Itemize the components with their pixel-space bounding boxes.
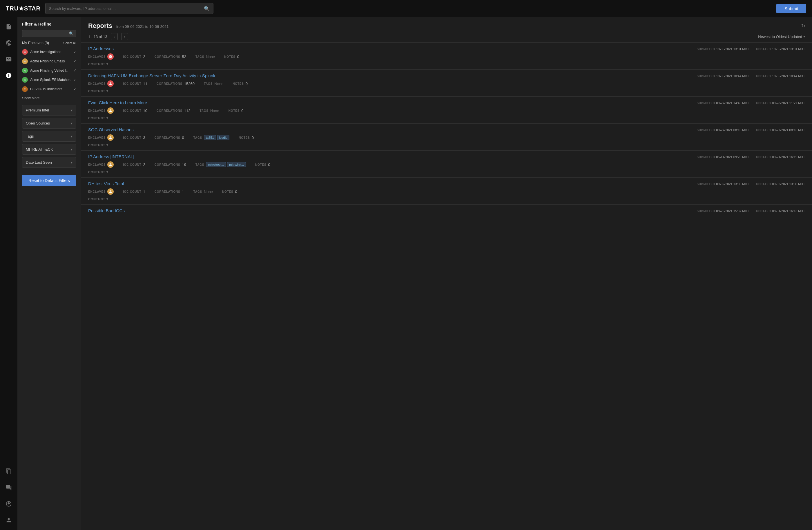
enclaves-label: My Enclaves (8) <box>22 41 49 45</box>
reset-filters-button[interactable]: Reset to Default Filters <box>22 175 76 186</box>
enclave-name: COVID-19 Indicators <box>30 87 71 91</box>
filter-open-sources[interactable]: Open Sources ▾ <box>22 118 76 129</box>
enclave-badge <box>107 80 114 87</box>
show-more-button[interactable]: Show More <box>22 95 40 101</box>
report-title-dh-test[interactable]: DH test Virus Total <box>88 181 124 186</box>
report-title-ip-internal[interactable]: IP Address [INTERNAL] <box>88 154 134 159</box>
search-input[interactable] <box>49 6 204 11</box>
enclave-check: ✓ <box>73 87 76 91</box>
enclave-badge <box>107 189 114 195</box>
nav-icon-copy[interactable] <box>3 466 14 477</box>
enclave-name: Acme Phishing Emails <box>30 59 71 63</box>
enclave-item-acme-investigations[interactable]: A Acme Investigations ✓ <box>22 47 76 57</box>
tag-icedid[interactable]: icedid <box>217 135 230 140</box>
tags-container: ta551 icedid <box>204 135 229 140</box>
enclave-badge <box>107 107 114 114</box>
filter-section: Premium Intel ▾ Open Sources ▾ Tags ▾ MI… <box>22 105 76 168</box>
content-toggle[interactable]: CONTENT▾ <box>88 62 805 66</box>
main-content: Reports from 09-06-2021 to 10-06-2021 ↻ … <box>81 17 812 530</box>
report-title-fwd[interactable]: Fwd: Click Here to Learn More <box>88 100 147 105</box>
nav-icon-chat[interactable] <box>3 483 14 493</box>
correlations-group: CORRELATIONS 15260 <box>157 82 194 86</box>
report-row-soc-hashes: SOC Observed Hashes SUBMITTED09-27-2021 … <box>81 123 812 150</box>
report-meta: SUBMITTED09-27-2021 14:49 MDT UPDATED09-… <box>697 101 805 105</box>
sidebar: Filter & Refine 🔍 My Enclaves (8) Select… <box>17 17 81 530</box>
nav-icon-user[interactable] <box>3 515 14 525</box>
filter-date-last-seen[interactable]: Date Last Seen ▾ <box>22 157 76 168</box>
search-icon[interactable]: 🔍 <box>204 6 210 11</box>
prev-page-button[interactable]: ‹ <box>111 33 118 40</box>
report-meta: SUBMITTED05-11-2021 09:28 MDT UPDATED09-… <box>697 155 805 159</box>
content-toggle[interactable]: CONTENT▾ <box>88 170 805 174</box>
pagination-bar: 1 - 13 of 13 ‹ › Newest to Oldest Update… <box>81 32 812 42</box>
nav-icon-reports[interactable] <box>3 22 14 32</box>
report-meta: SUBMITTED10-05-2021 10:44 MDT UPDATED10-… <box>697 74 805 78</box>
filter-premium-intel[interactable]: Premium Intel ▾ <box>22 105 76 115</box>
report-row-header: Possible Bad IOCs SUBMITTED08-29-2021 15… <box>88 208 805 213</box>
content-toggle[interactable]: CONTENT▾ <box>88 116 805 120</box>
ioc-count-group: IOC COUNT 2 <box>123 55 145 59</box>
enclave-item-covid[interactable]: C COVID-19 Indicators ✓ <box>22 84 76 94</box>
reports-date-range: from 09-06-2021 to 10-06-2021 <box>116 24 169 29</box>
submit-button[interactable]: Submit <box>776 4 806 13</box>
reports-header: Reports from 09-06-2021 to 10-06-2021 ↻ <box>81 17 812 32</box>
report-title-hafnium[interactable]: Detecting HAFNIUM Exchange Server Zero-D… <box>88 73 216 78</box>
ioc-count-group: IOC COUNT 1 <box>123 190 145 194</box>
report-row-ip-internal: IP Address [INTERNAL] SUBMITTED05-11-202… <box>81 150 812 177</box>
sort-label: Newest to Oldest Updated <box>758 34 802 39</box>
correlations-group: CORRELATIONS 112 <box>157 109 190 113</box>
enclaves-group: ENCLAVES <box>88 53 114 60</box>
enclave-item-acme-splunk[interactable]: A Acme Splunk ES Matches ✓ <box>22 75 76 84</box>
next-page-button[interactable]: › <box>121 33 128 40</box>
correlations-group: CORRELATIONS 52 <box>155 55 186 59</box>
report-row-header: Detecting HAFNIUM Exchange Server Zero-D… <box>88 73 805 78</box>
enclave-name: Acme Investigations <box>30 50 71 54</box>
sidebar-search-icon[interactable]: 🔍 <box>69 31 74 36</box>
enclave-icon-acme-investigations: A <box>22 49 28 55</box>
nav-icon-network[interactable] <box>3 38 14 48</box>
refresh-icon[interactable]: ↻ <box>801 23 805 29</box>
pagination-text: 1 - 13 of 13 <box>88 34 107 39</box>
report-title-possible-bad-iocs[interactable]: Possible Bad IOCs <box>88 208 125 213</box>
report-title-soc-hashes[interactable]: SOC Observed Hashes <box>88 127 134 132</box>
report-title-ip-addresses[interactable]: IP Addresses <box>88 46 114 51</box>
tags-group: TAGS None <box>200 109 219 113</box>
enclave-item-acme-phishing-vetted[interactable]: A Acme Phishing Vetted Indic... ✓ <box>22 66 76 75</box>
nav-icon-settings[interactable] <box>3 499 14 509</box>
report-details: ENCLAVES IOC COUNT 2 CORRELATIONS 19 TAG… <box>88 162 805 168</box>
filter-tags[interactable]: Tags ▾ <box>22 131 76 142</box>
report-details: ENCLAVES IOC COUNT 10 CORRELATIONS 112 T… <box>88 107 805 114</box>
left-nav <box>0 17 17 530</box>
submitted-label: SUBMITTED10-05-2021 13:01 MDT <box>697 47 749 51</box>
enclaves-group: ENCLAVES <box>88 189 114 195</box>
tags-group: TAGS None <box>193 190 213 194</box>
sort-chevron-icon[interactable]: ▾ <box>803 34 805 39</box>
filter-mitre[interactable]: MITRE ATT&CK ▾ <box>22 144 76 155</box>
logo: TRU★STAR <box>6 5 41 12</box>
report-details: ENCLAVES IOC COUNT 2 CORRELATIONS 52 TAG… <box>88 53 805 60</box>
content-toggle[interactable]: CONTENT▾ <box>88 197 805 201</box>
tag-ta551[interactable]: ta551 <box>204 135 216 140</box>
notes-group: NOTES 0 <box>229 109 244 113</box>
select-all-button[interactable]: Select all <box>63 41 76 45</box>
filter-label-mitre: MITRE ATT&CK <box>26 147 53 152</box>
tags-group: TAGS None <box>204 82 223 86</box>
report-row-header: SOC Observed Hashes SUBMITTED09-27-2021 … <box>88 127 805 132</box>
tag-mitre-repl[interactable]: mitre/repl... <box>206 162 226 167</box>
correlations-group: CORRELATIONS 19 <box>155 163 186 167</box>
enclave-item-acme-phishing-emails[interactable]: A Acme Phishing Emails ✓ <box>22 57 76 66</box>
chevron-down-icon: ▾ <box>71 108 72 112</box>
report-row-header: Fwd: Click Here to Learn More SUBMITTED0… <box>88 100 805 105</box>
report-meta: SUBMITTED08-29-2021 15:37 MDT UPDATED08-… <box>697 209 805 213</box>
report-row-fwd: Fwd: Click Here to Learn More SUBMITTED0… <box>81 96 812 123</box>
nav-icon-intel[interactable] <box>3 70 14 81</box>
sidebar-search: 🔍 <box>22 30 76 37</box>
report-row-hafnium: Detecting HAFNIUM Exchange Server Zero-D… <box>81 69 812 96</box>
nav-icon-email[interactable] <box>3 54 14 65</box>
report-row-ip-addresses: IP Addresses SUBMITTED10-05-2021 13:01 M… <box>81 42 812 69</box>
filter-label-premium-intel: Premium Intel <box>26 108 49 112</box>
tag-mitre-init[interactable]: mitre/init... <box>227 162 246 167</box>
content-toggle[interactable]: CONTENT▾ <box>88 143 805 147</box>
content-toggle[interactable]: CONTENT▾ <box>88 89 805 93</box>
sidebar-search-input[interactable] <box>25 32 69 36</box>
